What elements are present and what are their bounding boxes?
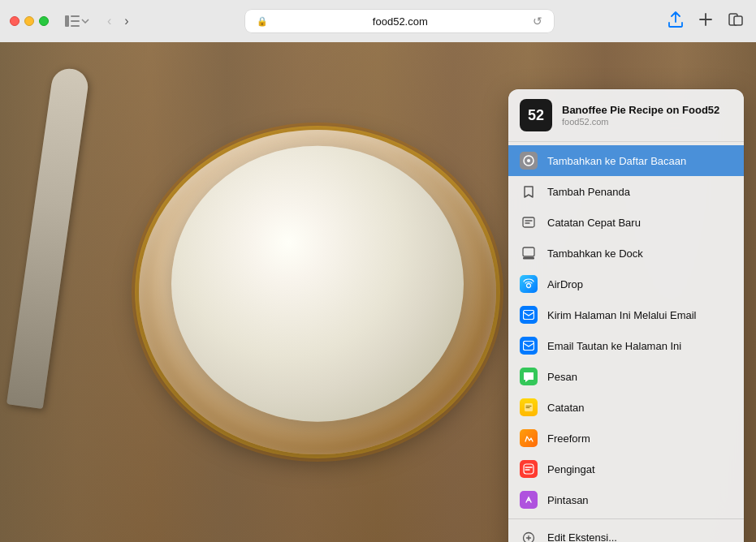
reading-list-label: Tambahkan ke Daftar Bacaan xyxy=(547,155,686,167)
svg-rect-10 xyxy=(523,257,534,260)
maximize-button[interactable] xyxy=(39,16,49,26)
notes-icon xyxy=(520,398,538,416)
lock-icon: 🔒 xyxy=(257,16,268,27)
svg-rect-8 xyxy=(523,217,534,227)
site-title: Banoffee Pie Recipe on Food52 xyxy=(562,104,719,118)
shortcuts-icon xyxy=(520,491,538,509)
quick-note-label: Catatan Cepat Baru xyxy=(547,217,641,229)
svg-rect-3 xyxy=(71,25,80,27)
email-link-label: Email Tautan ke Halaman Ini xyxy=(547,340,681,352)
menu-item-email-page[interactable]: Kirim Halaman Ini Melalui Email xyxy=(508,299,744,330)
menu-item-dock[interactable]: Tambahkan ke Dock xyxy=(508,238,744,269)
site-url: food52.com xyxy=(562,117,719,127)
svg-rect-12 xyxy=(524,311,534,320)
email-link-icon xyxy=(520,337,538,355)
back-button[interactable]: ‹ xyxy=(102,11,116,32)
traffic-lights xyxy=(10,16,49,26)
nav-buttons: ‹ › xyxy=(102,11,134,32)
svg-rect-0 xyxy=(65,15,69,27)
menu-divider xyxy=(508,518,744,519)
svg-point-11 xyxy=(527,284,531,288)
svg-rect-5 xyxy=(734,16,742,25)
main-content: 52 Banoffee Pie Recipe on Food52 food52.… xyxy=(0,42,756,542)
airdrop-icon xyxy=(520,275,538,293)
share-button[interactable] xyxy=(665,8,686,35)
menu-item-messages[interactable]: Pesan xyxy=(508,361,744,392)
menu-item-reminders[interactable]: Pengingat xyxy=(508,454,744,484)
svg-rect-2 xyxy=(71,20,80,22)
email-page-icon xyxy=(520,306,538,324)
airdrop-label: AirDrop xyxy=(547,278,583,290)
svg-point-7 xyxy=(527,159,530,162)
address-bar[interactable]: 🔒 food52.com ↺ xyxy=(245,10,554,32)
email-page-label: Kirim Halaman Ini Melalui Email xyxy=(547,309,697,321)
url-text: food52.com xyxy=(273,15,528,28)
menu-item-airdrop[interactable]: AirDrop xyxy=(508,269,744,299)
reminders-label: Pengingat xyxy=(547,463,595,475)
bookmark-icon xyxy=(520,183,538,200)
site-logo: 52 xyxy=(520,99,552,131)
notes-label: Catatan xyxy=(547,402,585,414)
menu-item-shortcuts[interactable]: Pintasan xyxy=(508,484,744,515)
dock-icon xyxy=(520,244,538,262)
svg-rect-9 xyxy=(523,247,534,256)
toolbar-right xyxy=(665,8,746,35)
reading-list-icon xyxy=(520,152,538,170)
titlebar: ‹ › 🔒 food52.com ↺ xyxy=(0,0,756,42)
sidebar-toggle-button[interactable] xyxy=(62,12,93,30)
freeform-icon xyxy=(520,429,538,447)
svg-rect-13 xyxy=(524,342,534,351)
bookmark-label: Tambah Penanda xyxy=(547,186,630,198)
menu-items-list: Tambahkan ke Daftar Bacaan Tambah Penand… xyxy=(508,142,744,542)
minimize-button[interactable] xyxy=(24,16,34,26)
new-tab-button[interactable] xyxy=(696,10,715,33)
shortcuts-label: Pintasan xyxy=(547,494,589,506)
messages-icon xyxy=(520,368,538,385)
reload-button[interactable]: ↺ xyxy=(533,15,542,28)
menu-item-bookmark[interactable]: Tambah Penanda xyxy=(508,176,744,207)
close-button[interactable] xyxy=(10,16,19,26)
freeform-label: Freeform xyxy=(547,432,590,445)
windows-button[interactable] xyxy=(725,10,746,33)
svg-rect-1 xyxy=(71,15,80,17)
messages-label: Pesan xyxy=(547,371,577,383)
menu-item-edit-extensions[interactable]: Edit Ekstensi... xyxy=(508,523,744,543)
menu-item-email-link[interactable]: Email Tautan ke Halaman Ini xyxy=(508,330,744,361)
reminders-icon xyxy=(520,460,538,478)
address-bar-wrapper: 🔒 food52.com ↺ xyxy=(150,10,649,32)
edit-extensions-label: Edit Ekstensi... xyxy=(547,531,617,542)
dock-label: Tambahkan ke Dock xyxy=(547,247,643,260)
edit-extensions-icon xyxy=(520,529,538,543)
forward-button[interactable]: › xyxy=(119,11,133,32)
popup-header: 52 Banoffee Pie Recipe on Food52 food52.… xyxy=(508,89,744,142)
share-popup: 52 Banoffee Pie Recipe on Food52 food52.… xyxy=(508,89,744,542)
quick-note-icon xyxy=(520,213,538,231)
svg-rect-15 xyxy=(524,464,534,474)
menu-item-reading-list[interactable]: Tambahkan ke Daftar Bacaan xyxy=(508,145,744,176)
cream-topping xyxy=(171,146,464,422)
menu-item-freeform[interactable]: Freeform xyxy=(508,423,744,454)
menu-item-notes[interactable]: Catatan xyxy=(508,392,744,423)
menu-item-quick-note[interactable]: Catatan Cepat Baru xyxy=(508,207,744,238)
site-info: Banoffee Pie Recipe on Food52 food52.com xyxy=(562,104,719,127)
